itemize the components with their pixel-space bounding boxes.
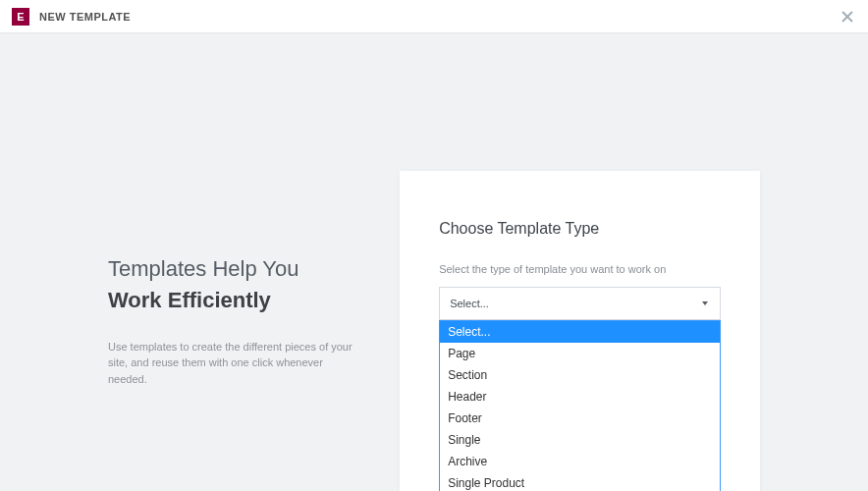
dropdown-option[interactable]: Select...: [440, 321, 720, 343]
elementor-logo: E: [12, 8, 29, 26]
dropdown-option[interactable]: Footer: [440, 408, 720, 429]
card-title: Choose Template Type: [439, 220, 721, 238]
dropdown-option[interactable]: Archive: [440, 451, 720, 472]
template-type-card: Choose Template Type Select the type of …: [400, 171, 760, 491]
template-type-select[interactable]: Select...: [439, 287, 721, 320]
intro-heading-line1: Templates Help You: [108, 255, 360, 284]
dropdown-option[interactable]: Single: [440, 429, 720, 451]
dropdown-option[interactable]: Section: [440, 364, 720, 386]
dropdown-option[interactable]: Single Product: [440, 472, 720, 491]
intro-description: Use templates to create the different pi…: [108, 339, 360, 388]
dropdown-option[interactable]: Header: [440, 386, 720, 408]
template-type-dropdown[interactable]: Select...PageSectionHeaderFooterSingleAr…: [439, 320, 721, 491]
modal-header: E NEW TEMPLATE: [0, 0, 868, 33]
intro-column: Templates Help You Work Efficiently Use …: [108, 171, 360, 387]
select-value: Select...: [450, 298, 489, 309]
template-type-select-wrapper: Select... Select...PageSectionHeaderFoot…: [439, 287, 721, 491]
close-button[interactable]: [839, 8, 856, 26]
card-subtitle: Select the type of template you want to …: [439, 263, 721, 275]
intro-heading-line2: Work Efficiently: [108, 288, 360, 313]
modal-title: NEW TEMPLATE: [39, 11, 131, 23]
close-icon: [841, 11, 853, 23]
main-content: Templates Help You Work Efficiently Use …: [0, 33, 868, 491]
logo-letter: E: [17, 11, 24, 23]
chevron-down-icon: [702, 301, 708, 305]
dropdown-option[interactable]: Page: [440, 343, 720, 364]
